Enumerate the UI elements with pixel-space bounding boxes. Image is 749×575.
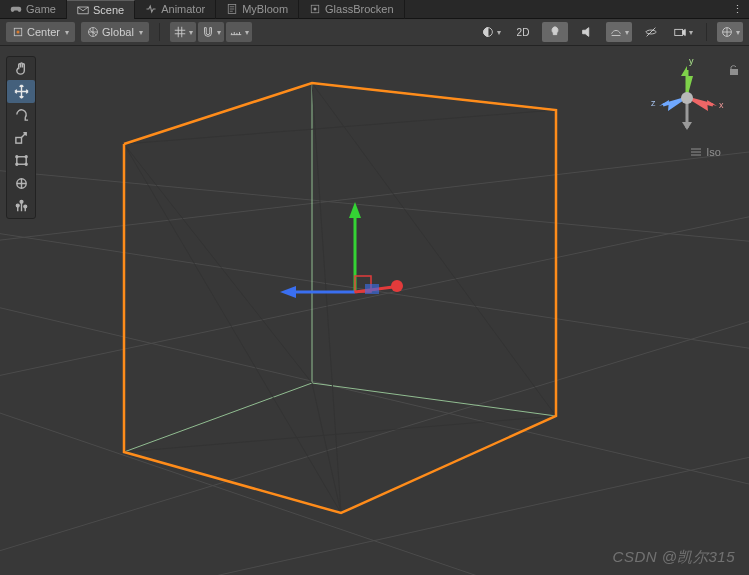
ruler-icon [229, 25, 243, 39]
cube-selection-outline [124, 83, 556, 513]
move-tool[interactable] [7, 80, 35, 103]
svg-rect-55 [730, 69, 738, 75]
svg-line-9 [0, 166, 749, 246]
hidden-toggle[interactable] [638, 22, 664, 42]
scale-icon [14, 130, 29, 145]
shaded-icon [481, 25, 495, 39]
svg-point-2 [314, 8, 317, 11]
floor-grid [0, 146, 749, 575]
svg-point-38 [15, 156, 17, 158]
tab-animator[interactable]: Animator [135, 0, 216, 19]
svg-line-19 [312, 383, 556, 416]
tab-glassbrocken[interactable]: GlassBrocken [299, 0, 404, 19]
eye-off-icon [644, 25, 658, 39]
custom-tools[interactable] [7, 195, 35, 218]
transform-gizmo[interactable] [280, 202, 403, 298]
grid-snap-toggle[interactable] [170, 22, 196, 42]
tab-label: GlassBrocken [325, 3, 393, 15]
rect-tool[interactable] [7, 149, 35, 172]
svg-rect-37 [16, 157, 25, 165]
move-icon [14, 84, 29, 99]
svg-line-18 [124, 383, 312, 452]
transform-icon [14, 176, 29, 191]
shader-icon [309, 3, 321, 15]
script-icon [226, 3, 238, 15]
gizmos-toggle[interactable] [717, 22, 743, 42]
hand-tool[interactable] [7, 57, 35, 80]
audio-toggle[interactable] [574, 22, 600, 42]
tab-label: Scene [93, 4, 124, 16]
tab-scene[interactable]: Scene [67, 0, 135, 19]
globe-icon [87, 26, 99, 38]
grid-icon [173, 25, 187, 39]
svg-point-43 [16, 204, 19, 207]
projection-label: Iso [706, 146, 721, 158]
svg-marker-33 [280, 286, 296, 298]
lightbulb-icon [548, 25, 562, 39]
lock-open-icon [729, 64, 739, 76]
draw-mode-dropdown[interactable] [478, 22, 504, 42]
mode-2d-toggle[interactable]: 2D [510, 22, 536, 42]
svg-line-14 [0, 206, 749, 386]
tab-overflow-menu[interactable]: ⋮ [725, 3, 749, 16]
tab-mybloom[interactable]: MyBloom [216, 0, 299, 19]
gizmos-icon [720, 25, 734, 39]
svg-point-44 [20, 200, 23, 203]
tool-palette [6, 56, 36, 219]
scale-tool[interactable] [7, 126, 35, 149]
hand-icon [14, 61, 29, 76]
rect-icon [14, 153, 29, 168]
tab-game[interactable]: Game [0, 0, 67, 19]
space-mode-label: Global [102, 26, 134, 38]
svg-point-4 [17, 31, 20, 34]
camera-settings[interactable] [670, 22, 696, 42]
axis-x-label: x [719, 100, 724, 110]
gizmo-lock[interactable] [729, 64, 739, 79]
svg-marker-53 [682, 122, 692, 130]
scene-viewport[interactable] [0, 46, 749, 575]
svg-point-41 [25, 163, 27, 165]
lighting-toggle[interactable] [542, 22, 568, 42]
animator-icon [145, 3, 157, 15]
svg-point-54 [681, 92, 693, 104]
svg-line-20 [124, 110, 556, 144]
svg-rect-7 [675, 29, 683, 35]
effects-icon [609, 25, 623, 39]
svg-line-15 [0, 306, 749, 566]
camera-icon [673, 25, 687, 39]
center-icon [12, 26, 24, 38]
pivot-mode-label: Center [27, 26, 60, 38]
editor-tab-bar: Game Scene Animator MyBloom GlassBrocken… [0, 0, 749, 19]
increment-snap-toggle[interactable] [198, 22, 224, 42]
scene-icon [77, 4, 89, 16]
effects-toggle[interactable] [606, 22, 632, 42]
snap-settings[interactable] [226, 22, 252, 42]
audio-icon [580, 25, 594, 39]
cube-wireframe [124, 83, 556, 513]
tools-icon [14, 199, 29, 214]
iso-icon [690, 147, 702, 157]
mode-2d-label: 2D [517, 27, 530, 38]
axis-z-label: z [651, 98, 656, 108]
transform-tool[interactable] [7, 172, 35, 195]
svg-point-40 [15, 163, 17, 165]
snap-group [170, 22, 252, 42]
pivot-mode-dropdown[interactable]: Center [6, 22, 75, 42]
svg-line-11 [0, 296, 749, 496]
tab-label: MyBloom [242, 3, 288, 15]
magnet-icon [201, 25, 215, 39]
svg-line-23 [312, 83, 556, 416]
projection-mode[interactable]: Iso [690, 146, 721, 158]
scene-toolbar: Center Global 2D [0, 19, 749, 46]
space-mode-dropdown[interactable]: Global [81, 22, 149, 42]
orientation-gizmo[interactable]: y x z [645, 56, 729, 140]
svg-point-31 [391, 280, 403, 292]
gamepad-icon [10, 3, 22, 15]
axis-y-label: y [689, 56, 694, 66]
svg-line-22 [124, 144, 312, 383]
rotate-tool[interactable] [7, 103, 35, 126]
tab-label: Animator [161, 3, 205, 15]
svg-rect-36 [15, 138, 21, 144]
tab-label: Game [26, 3, 56, 15]
svg-point-39 [25, 156, 27, 158]
